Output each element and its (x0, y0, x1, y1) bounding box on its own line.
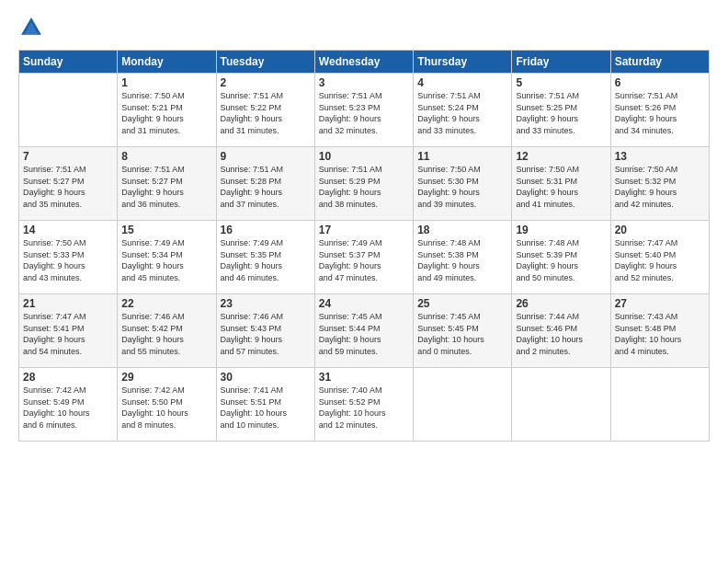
calendar-week-row: 28Sunrise: 7:42 AM Sunset: 5:49 PM Dayli… (19, 368, 710, 442)
day-info: Sunrise: 7:45 AM Sunset: 5:45 PM Dayligh… (417, 311, 507, 357)
day-info: Sunrise: 7:49 AM Sunset: 5:34 PM Dayligh… (121, 237, 211, 283)
calendar-cell: 23Sunrise: 7:46 AM Sunset: 5:43 PM Dayli… (216, 294, 314, 368)
calendar-cell: 20Sunrise: 7:47 AM Sunset: 5:40 PM Dayli… (610, 221, 709, 294)
day-header-wednesday: Wednesday (314, 51, 413, 74)
day-number: 14 (23, 224, 113, 236)
day-number: 17 (319, 224, 409, 236)
day-number: 1 (121, 76, 211, 89)
calendar-cell: 29Sunrise: 7:42 AM Sunset: 5:50 PM Dayli… (118, 368, 216, 442)
calendar-cell: 7Sunrise: 7:51 AM Sunset: 5:27 PM Daylig… (19, 147, 118, 221)
day-number: 12 (516, 150, 606, 163)
calendar-cell (512, 368, 610, 442)
calendar-cell: 4Sunrise: 7:51 AM Sunset: 5:24 PM Daylig… (414, 74, 512, 147)
day-info: Sunrise: 7:51 AM Sunset: 5:24 PM Dayligh… (417, 90, 507, 136)
day-info: Sunrise: 7:47 AM Sunset: 5:40 PM Dayligh… (615, 237, 705, 283)
day-number: 3 (319, 76, 409, 89)
day-info: Sunrise: 7:50 AM Sunset: 5:31 PM Dayligh… (516, 164, 606, 210)
day-header-sunday: Sunday (19, 51, 118, 74)
day-header-thursday: Thursday (414, 51, 512, 74)
day-number: 30 (221, 371, 311, 384)
day-info: Sunrise: 7:48 AM Sunset: 5:39 PM Dayligh… (516, 237, 606, 283)
calendar-week-row: 14Sunrise: 7:50 AM Sunset: 5:33 PM Dayli… (19, 221, 710, 294)
day-header-monday: Monday (118, 51, 216, 74)
day-info: Sunrise: 7:51 AM Sunset: 5:27 PM Dayligh… (121, 164, 211, 210)
day-info: Sunrise: 7:42 AM Sunset: 5:50 PM Dayligh… (121, 385, 211, 431)
calendar-cell: 18Sunrise: 7:48 AM Sunset: 5:38 PM Dayli… (414, 221, 512, 294)
calendar-cell: 21Sunrise: 7:47 AM Sunset: 5:41 PM Dayli… (19, 294, 118, 368)
day-number: 21 (23, 297, 113, 310)
calendar-cell: 6Sunrise: 7:51 AM Sunset: 5:26 PM Daylig… (610, 74, 709, 147)
day-info: Sunrise: 7:48 AM Sunset: 5:38 PM Dayligh… (417, 237, 507, 283)
day-info: Sunrise: 7:44 AM Sunset: 5:46 PM Dayligh… (516, 311, 606, 357)
day-info: Sunrise: 7:50 AM Sunset: 5:33 PM Dayligh… (23, 237, 113, 283)
calendar-cell: 2Sunrise: 7:51 AM Sunset: 5:22 PM Daylig… (216, 74, 314, 147)
day-info: Sunrise: 7:51 AM Sunset: 5:23 PM Dayligh… (319, 90, 409, 136)
calendar-cell (19, 74, 118, 147)
day-number: 16 (221, 224, 311, 236)
calendar-week-row: 21Sunrise: 7:47 AM Sunset: 5:41 PM Dayli… (19, 294, 710, 368)
calendar-cell: 31Sunrise: 7:40 AM Sunset: 5:52 PM Dayli… (314, 368, 413, 442)
day-info: Sunrise: 7:51 AM Sunset: 5:25 PM Dayligh… (516, 90, 606, 136)
day-info: Sunrise: 7:46 AM Sunset: 5:42 PM Dayligh… (121, 311, 211, 357)
calendar-cell: 25Sunrise: 7:45 AM Sunset: 5:45 PM Dayli… (414, 294, 512, 368)
day-number: 18 (417, 224, 507, 236)
calendar-cell: 28Sunrise: 7:42 AM Sunset: 5:49 PM Dayli… (19, 368, 118, 442)
calendar-cell: 8Sunrise: 7:51 AM Sunset: 5:27 PM Daylig… (118, 147, 216, 221)
day-info: Sunrise: 7:49 AM Sunset: 5:37 PM Dayligh… (319, 237, 409, 283)
calendar-cell (610, 368, 709, 442)
day-info: Sunrise: 7:51 AM Sunset: 5:27 PM Dayligh… (23, 164, 113, 210)
day-info: Sunrise: 7:47 AM Sunset: 5:41 PM Dayligh… (23, 311, 113, 357)
day-number: 5 (516, 76, 606, 89)
calendar-cell: 19Sunrise: 7:48 AM Sunset: 5:39 PM Dayli… (512, 221, 610, 294)
page-header (18, 15, 710, 40)
day-header-tuesday: Tuesday (216, 51, 314, 74)
day-header-friday: Friday (512, 51, 610, 74)
day-info: Sunrise: 7:50 AM Sunset: 5:32 PM Dayligh… (615, 164, 705, 210)
day-number: 26 (516, 297, 606, 310)
calendar-cell: 12Sunrise: 7:50 AM Sunset: 5:31 PM Dayli… (512, 147, 610, 221)
day-info: Sunrise: 7:45 AM Sunset: 5:44 PM Dayligh… (319, 311, 409, 357)
calendar-cell (414, 368, 512, 442)
day-number: 4 (417, 76, 507, 89)
day-info: Sunrise: 7:50 AM Sunset: 5:21 PM Dayligh… (121, 90, 211, 136)
day-number: 23 (221, 297, 311, 310)
day-number: 28 (23, 371, 113, 384)
calendar-cell: 3Sunrise: 7:51 AM Sunset: 5:23 PM Daylig… (314, 74, 413, 147)
calendar-cell: 30Sunrise: 7:41 AM Sunset: 5:51 PM Dayli… (216, 368, 314, 442)
calendar-cell: 26Sunrise: 7:44 AM Sunset: 5:46 PM Dayli… (512, 294, 610, 368)
calendar-cell: 5Sunrise: 7:51 AM Sunset: 5:25 PM Daylig… (512, 74, 610, 147)
day-info: Sunrise: 7:51 AM Sunset: 5:29 PM Dayligh… (319, 164, 409, 210)
day-header-saturday: Saturday (610, 51, 709, 74)
day-number: 31 (319, 371, 409, 384)
calendar-cell: 10Sunrise: 7:51 AM Sunset: 5:29 PM Dayli… (314, 147, 413, 221)
calendar-cell: 17Sunrise: 7:49 AM Sunset: 5:37 PM Dayli… (314, 221, 413, 294)
calendar-cell: 22Sunrise: 7:46 AM Sunset: 5:42 PM Dayli… (118, 294, 216, 368)
day-info: Sunrise: 7:51 AM Sunset: 5:28 PM Dayligh… (221, 164, 311, 210)
calendar-cell: 11Sunrise: 7:50 AM Sunset: 5:30 PM Dayli… (414, 147, 512, 221)
calendar-cell: 1Sunrise: 7:50 AM Sunset: 5:21 PM Daylig… (118, 74, 216, 147)
calendar-week-row: 7Sunrise: 7:51 AM Sunset: 5:27 PM Daylig… (19, 147, 710, 221)
logo-icon (18, 15, 44, 40)
calendar-cell: 14Sunrise: 7:50 AM Sunset: 5:33 PM Dayli… (19, 221, 118, 294)
day-number: 10 (319, 150, 409, 163)
day-info: Sunrise: 7:40 AM Sunset: 5:52 PM Dayligh… (319, 385, 409, 431)
day-info: Sunrise: 7:42 AM Sunset: 5:49 PM Dayligh… (23, 385, 113, 431)
day-info: Sunrise: 7:46 AM Sunset: 5:43 PM Dayligh… (221, 311, 311, 357)
day-number: 6 (615, 76, 705, 89)
calendar-header-row: SundayMondayTuesdayWednesdayThursdayFrid… (19, 51, 710, 74)
calendar-cell: 24Sunrise: 7:45 AM Sunset: 5:44 PM Dayli… (314, 294, 413, 368)
day-number: 7 (23, 150, 113, 163)
day-number: 11 (417, 150, 507, 163)
day-number: 24 (319, 297, 409, 310)
calendar-cell: 27Sunrise: 7:43 AM Sunset: 5:48 PM Dayli… (610, 294, 709, 368)
logo (18, 15, 48, 40)
day-number: 22 (121, 297, 211, 310)
day-number: 2 (221, 76, 311, 89)
day-number: 13 (615, 150, 705, 163)
day-number: 29 (121, 371, 211, 384)
day-number: 9 (221, 150, 311, 163)
calendar-cell: 16Sunrise: 7:49 AM Sunset: 5:35 PM Dayli… (216, 221, 314, 294)
day-info: Sunrise: 7:50 AM Sunset: 5:30 PM Dayligh… (417, 164, 507, 210)
day-number: 8 (121, 150, 211, 163)
calendar-week-row: 1Sunrise: 7:50 AM Sunset: 5:21 PM Daylig… (19, 74, 710, 147)
